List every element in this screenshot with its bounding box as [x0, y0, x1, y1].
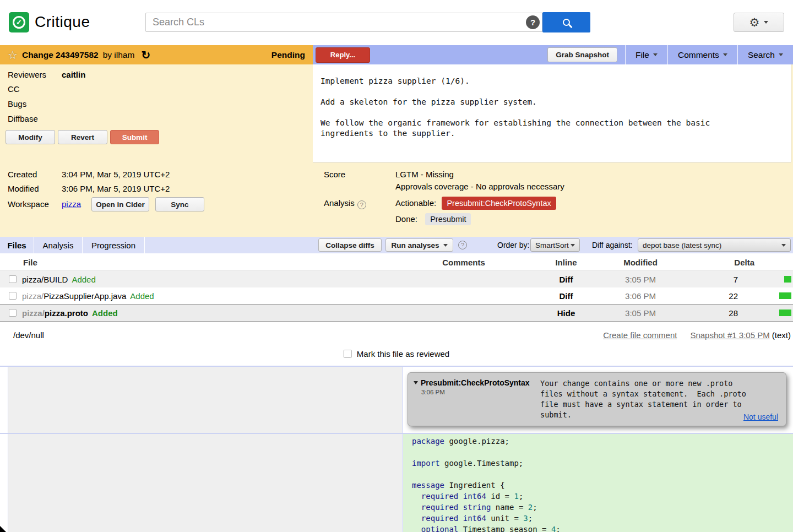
- reply-button[interactable]: Reply...: [316, 47, 370, 63]
- chevron-down-icon: [571, 244, 575, 247]
- finding-title-row[interactable]: Presubmit:CheckProtoSyntax: [414, 378, 540, 387]
- tab-files[interactable]: Files: [0, 237, 34, 253]
- inline-diff-link[interactable]: Diff: [560, 275, 573, 284]
- row-checkbox[interactable]: [9, 292, 17, 300]
- create-file-comment-link[interactable]: Create file comment: [603, 330, 677, 340]
- run-analyses-label: Run analyses: [391, 241, 439, 249]
- col-modified: Modified: [623, 258, 658, 267]
- change-info-section: Implement pizza supplier (1/6). Add a sk…: [0, 64, 793, 237]
- not-useful-link[interactable]: Not useful: [743, 412, 778, 421]
- revert-button[interactable]: Revert: [58, 130, 107, 144]
- order-by-value: SmartSort: [535, 241, 569, 249]
- search-input[interactable]: [145, 13, 542, 32]
- row-checkbox[interactable]: [9, 275, 17, 283]
- col-file: File: [23, 258, 37, 267]
- mark-reviewed-checkbox[interactable]: [344, 350, 352, 358]
- check-icon: ✓: [13, 16, 25, 29]
- tab-progression[interactable]: Progression: [83, 237, 145, 253]
- modified-label: Modified: [8, 184, 39, 193]
- modified-time: 3:05 PM: [625, 275, 656, 284]
- modified-value: 3:06 PM, Mar 5, 2019 UTC+2: [62, 184, 170, 193]
- order-by-dropdown[interactable]: SmartSort: [530, 238, 580, 252]
- star-icon[interactable]: ☆: [8, 50, 18, 61]
- diff-new-pane: Presubmit:CheckProtoSyntax 3:06 PM Your …: [403, 367, 793, 433]
- snapshot-link[interactable]: Snapshot #1 3:05 PM: [690, 330, 769, 340]
- mark-reviewed-control: Mark this file as reviewed: [344, 349, 449, 359]
- diff-finding-row: Presubmit:CheckProtoSyntax 3:06 PM Your …: [0, 366, 793, 433]
- actionable-badge[interactable]: Presubmit:CheckProtoSyntax: [442, 197, 556, 210]
- cursor: [0, 526, 6, 532]
- diff-old-pane: [8, 434, 403, 532]
- grab-snapshot-button[interactable]: Grab Snapshot: [547, 47, 617, 62]
- chevron-down-icon: [443, 244, 448, 247]
- mark-reviewed-label: Mark this file as reviewed: [357, 349, 449, 359]
- order-by-label: Order by:: [497, 241, 529, 249]
- menu-search-label: Search: [748, 50, 775, 60]
- submit-button[interactable]: Submit: [110, 130, 159, 144]
- critique-logo-icon: ✓: [9, 12, 29, 32]
- sync-button[interactable]: Sync: [155, 197, 204, 211]
- delta-bar: [779, 310, 791, 316]
- file-table-header: File Comments Inline Modified Delta: [0, 253, 793, 271]
- done-label: Done:: [395, 214, 417, 224]
- modified-time: 3:05 PM: [625, 308, 656, 318]
- change-title: Change 243497582: [22, 50, 99, 60]
- search-button[interactable]: [542, 12, 590, 32]
- tab-analysis[interactable]: Analysis: [34, 237, 83, 253]
- search-help-icon[interactable]: ?: [526, 15, 540, 29]
- brand-title: Critique: [35, 13, 90, 31]
- delta-count: 7: [734, 275, 738, 284]
- workspace-link[interactable]: pizza: [62, 199, 81, 209]
- menu-search[interactable]: Search: [737, 45, 793, 64]
- refresh-icon[interactable]: ↻: [141, 50, 150, 61]
- file-link[interactable]: pizza/PizzaSupplierApp.javaAdded: [22, 291, 154, 301]
- run-analyses-button[interactable]: Run analyses: [385, 238, 453, 252]
- status-badge: Pending: [271, 50, 305, 60]
- col-inline: Inline: [555, 258, 577, 267]
- collapse-diffs-button[interactable]: Collapse diffs: [318, 238, 382, 252]
- cc-label: CC: [8, 84, 20, 94]
- inline-hide-link[interactable]: Hide: [557, 308, 575, 318]
- settings-button[interactable]: ⚙: [734, 13, 784, 32]
- diff-against-label: Diff against:: [592, 241, 633, 249]
- delta-count: 22: [729, 291, 738, 301]
- menu-file[interactable]: File: [625, 45, 667, 64]
- diff-new-code[interactable]: package google.pizza; import google.Time…: [403, 434, 793, 532]
- done-badge[interactable]: Presubmit: [425, 213, 471, 225]
- col-comments: Comments: [442, 258, 485, 267]
- snapshot-group: Snapshot #1 3:05 PM (text): [690, 330, 791, 340]
- file-prefix: pizza/: [22, 291, 44, 301]
- change-actions-bar: Reply... Grab Snapshot File Comments Sea…: [313, 45, 793, 64]
- table-row-selected: pizza/pizza.protoAdded Hide 3:05 PM 28: [0, 304, 793, 322]
- menu-file-label: File: [636, 50, 649, 60]
- files-toolbar: Files Analysis Progression Collapse diff…: [0, 237, 793, 253]
- toolbar-help-icon[interactable]: ?: [458, 241, 467, 249]
- analysis-help-icon[interactable]: ?: [357, 200, 366, 209]
- diff-header-links: Create file comment Snapshot #1 3:05 PM …: [603, 330, 791, 340]
- change-menus: Grab Snapshot File Comments Search: [547, 45, 793, 64]
- top-bar: ✓ Critique ? ⚙: [0, 0, 793, 45]
- file-name: PizzaSupplierApp.java: [44, 291, 126, 301]
- finding-body: Your change contains one or more new .pr…: [540, 378, 746, 421]
- reviewers-value[interactable]: caitlin: [62, 70, 85, 79]
- table-row: pizza/BUILDAdded Diff 3:05 PM 7: [0, 271, 793, 287]
- delta-bar: [779, 292, 791, 299]
- analysis-label: Analysis?: [324, 198, 366, 209]
- open-in-cider-button[interactable]: Open in Cider: [91, 197, 149, 211]
- chevron-down-icon: [779, 53, 783, 56]
- finding-time: 3:06 PM: [421, 389, 540, 395]
- inline-diff-link[interactable]: Diff: [560, 291, 573, 301]
- table-row: pizza/PizzaSupplierApp.javaAdded Diff 3:…: [0, 287, 793, 304]
- row-checkbox[interactable]: [9, 309, 17, 317]
- diff-against-value: depot base (latest sync): [643, 241, 721, 249]
- change-summary: ☆ Change 243497582 by ilham ↻ Pending: [0, 45, 313, 64]
- diffbase-label: Diffbase: [8, 114, 38, 123]
- file-link[interactable]: pizza/BUILDAdded: [22, 275, 96, 284]
- file-status: Added: [130, 291, 154, 301]
- modify-button[interactable]: Modify: [6, 130, 55, 144]
- file-link[interactable]: pizza/pizza.protoAdded: [22, 308, 118, 318]
- bugs-label: Bugs: [8, 99, 26, 108]
- chevron-down-icon: [653, 53, 658, 56]
- menu-comments[interactable]: Comments: [667, 45, 737, 64]
- diff-against-dropdown[interactable]: depot base (latest sync): [638, 238, 791, 252]
